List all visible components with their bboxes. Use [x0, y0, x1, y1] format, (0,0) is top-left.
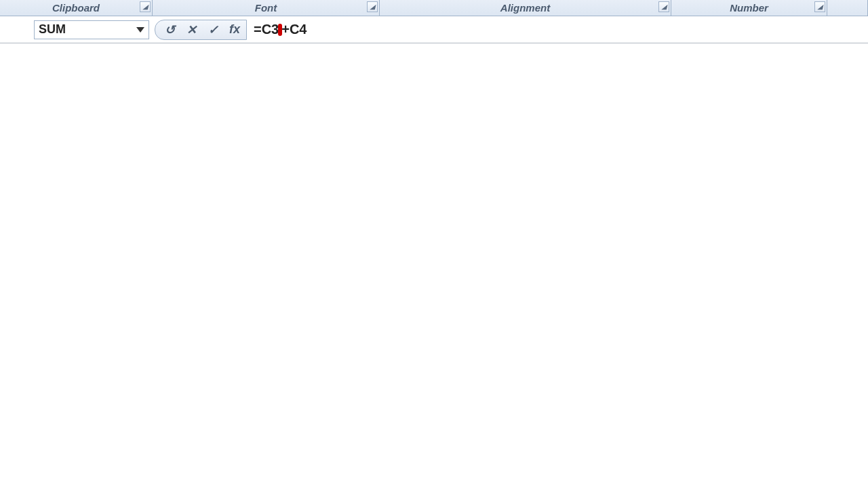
dialog-launcher-icon[interactable]: ◢	[658, 1, 669, 12]
cancel-formula-button[interactable]: ↺	[162, 22, 177, 37]
dialog-launcher-icon[interactable]: ◢	[140, 1, 151, 12]
ribbon-group-label: Clipboard	[52, 2, 100, 14]
ribbon-group-font: Font◢	[153, 0, 380, 16]
name-box-value: SUM	[39, 22, 66, 37]
formula-bar: SUM ↺ ✕ ✓ fx =C3+C4	[0, 16, 868, 43]
ribbon-group-alignment: Alignment◢	[380, 0, 671, 16]
fx-button[interactable]: fx	[227, 22, 242, 37]
formula-bar-buttons: ↺ ✕ ✓ fx	[155, 20, 247, 40]
formula-input[interactable]: =C3+C4	[247, 20, 868, 40]
ribbon-group-number: Number◢	[671, 0, 827, 16]
cancel-button[interactable]: ✕	[184, 22, 199, 37]
ribbon-group-next	[827, 0, 868, 16]
dialog-launcher-icon[interactable]: ◢	[367, 1, 378, 12]
ribbon-group-label: Font	[255, 2, 277, 14]
name-box[interactable]: SUM	[34, 20, 149, 39]
name-box-dropdown-icon[interactable]	[136, 27, 144, 33]
ribbon-group-label: Alignment	[500, 2, 550, 14]
dialog-launcher-icon[interactable]: ◢	[814, 1, 825, 12]
ribbon-group-clipboard: Clipboard◢	[0, 0, 153, 16]
formula-pre: =C3	[254, 22, 279, 37]
ribbon-group-label: Number	[730, 2, 768, 14]
enter-button[interactable]: ✓	[205, 22, 220, 37]
formula-post: +C4	[281, 22, 307, 37]
ribbon-group-labels: Clipboard◢Font◢Alignment◢Number◢	[0, 0, 868, 16]
